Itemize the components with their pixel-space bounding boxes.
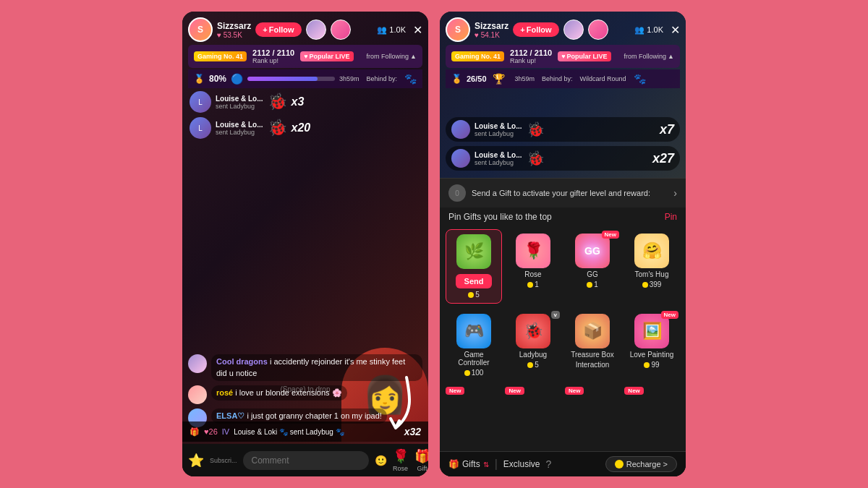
right-gift-user-2: Louise & Lo... <box>475 151 522 159</box>
left-rose-action[interactable]: 🌹 Rose <box>393 448 409 472</box>
left-close-button[interactable]: ✕ <box>413 23 422 37</box>
gamecontroller-gift-icon: 🎮 <box>456 314 491 348</box>
chat-user-2: rosé <box>216 388 233 397</box>
right-header-row: S Sizzsarz ♥ 54.1K Follow 👥 1.0K ✕ <box>446 17 680 42</box>
gift-msg-info-2: Louise & Lo... sent Ladybug <box>216 121 263 136</box>
right-follow-button[interactable]: Follow <box>513 22 558 37</box>
gift-name-gg: GG <box>587 270 598 278</box>
chat-user-1: Cool dragons <box>216 357 268 366</box>
gift-multiplier-1: x3 <box>292 95 305 108</box>
green-gift-icon: 🌿 <box>456 234 491 269</box>
chat-msg-1: Cool dragons i accidently rejoinder it's… <box>188 354 422 381</box>
gift-shop-spacer <box>440 396 686 451</box>
left-viewer-avatar-1 <box>306 20 326 40</box>
left-gift-action[interactable]: 🎁 Gift <box>414 448 428 472</box>
chat-avatar-2 <box>188 385 207 404</box>
left-progress-icon: 🔵 <box>231 73 243 85</box>
gift-name-tomhug: Tom's Hug <box>635 270 669 278</box>
gift-item-rose[interactable]: 🌹 Rose 1 <box>505 229 561 304</box>
left-star-icon[interactable]: ⭐ <box>188 453 204 468</box>
ladybug-emoji-2: 🐞 <box>268 119 287 137</box>
gift-user-avatar-2: L <box>190 117 211 139</box>
gift-msg-row-1: L Louise & Lo... sent Ladybug 🐞 x3 <box>190 91 421 113</box>
left-rose-icon: 🌹 <box>393 448 409 464</box>
left-viewer-count: 👥 1.0K <box>377 25 406 35</box>
right-progress-fraction: 26/50 <box>467 74 487 83</box>
gift-cost-gamecontroller: 100 <box>464 369 484 377</box>
help-button[interactable]: ? <box>546 458 552 470</box>
gift-item-lovepainting[interactable]: New 🖼️ Love Painting 99 <box>624 309 680 381</box>
gg-new-badge: New <box>602 231 619 239</box>
gifts-tab[interactable]: 🎁 Gifts ⇅ <box>448 459 489 469</box>
right-timer: 3h59m <box>515 75 535 82</box>
main-container: L Louise & Lo... sent Ladybug 🐞 x3 L Lou… <box>0 0 868 488</box>
gift-msg-row-2: L Louise & Lo... sent Ladybug 🐞 x20 <box>190 117 421 139</box>
right-close-button[interactable]: ✕ <box>671 23 680 37</box>
chat-avatar-1 <box>188 354 207 373</box>
gift-item-green[interactable]: 🌿 Send 5 <box>446 229 502 304</box>
left-behind-by: Behind by: <box>366 75 397 82</box>
left-progress-bar-bg <box>247 77 335 81</box>
gift-bar-badge: IV <box>222 427 229 436</box>
left-comment-input[interactable] <box>243 451 369 470</box>
chat-overlay: Cool dragons i accidently rejoinder it's… <box>182 348 428 433</box>
left-streamer-avatar[interactable]: S <box>188 17 213 42</box>
gifts-tab-icon: 🎁 <box>448 459 459 469</box>
right-popular-live: ♥ Popular LIVE <box>558 51 610 61</box>
gift-item-tomhug[interactable]: 🤗 Tom's Hug 399 <box>624 229 680 304</box>
chat-text-1: Cool dragons i accidently rejoinder it's… <box>211 354 422 381</box>
gift-heart: ♥26 <box>204 427 218 436</box>
gift-activate-chevron: › <box>673 187 677 199</box>
coin-icon <box>615 460 624 468</box>
left-rank-sub: Rank up! <box>252 57 294 64</box>
gift-activate-banner[interactable]: 0 Send a Gift to activate your gifter le… <box>440 178 686 207</box>
left-streamer-info: Sizzsarz ♥ 53.5K <box>217 21 251 39</box>
right-streamer-avatar[interactable]: S <box>446 17 470 42</box>
left-rank-score-group: 2112 / 2110 Rank up! <box>252 48 294 64</box>
chat-message-3: i just got granny chapter 1 on my ipad! <box>247 411 382 420</box>
right-progress-fraction-group: 26/50 🏆 <box>467 73 505 85</box>
left-gift-icon: 🎁 <box>414 448 428 464</box>
gift-send-button[interactable]: Send <box>456 274 493 288</box>
right-live-header: S Sizzsarz ♥ 54.1K Follow 👥 1.0K ✕ Gamin… <box>440 12 686 88</box>
gift-multiplier-2: x20 <box>292 121 311 134</box>
gift-item-gamecontroller[interactable]: 🎮 Game Controller 100 <box>446 309 502 381</box>
right-viewer-avatar-2 <box>588 20 608 40</box>
recharge-button[interactable]: Recharge > <box>605 456 677 472</box>
new-badge-r3-1: New <box>446 387 464 395</box>
left-header-row: S Sizzsarz ♥ 53.5K Follow 👥 1.0K ✕ <box>188 17 422 42</box>
left-from-following: from Following ▲ <box>367 53 417 60</box>
rose-gift-icon: 🌹 <box>516 234 550 268</box>
right-gift-row-1: Louise & Lo... sent Ladybug 🐞 x7 <box>446 117 680 142</box>
gift-user-avatar-1: L <box>190 91 211 113</box>
chat-msg-2: rosé i love ur blonde extensions 🌸 <box>188 385 422 404</box>
left-progress-pct: 80% <box>209 74 226 84</box>
gift-bar-text: Louise & Loki 🐾 sent Ladybug 🐾 <box>234 428 399 436</box>
exclusive-tab[interactable]: Exclusive <box>503 459 540 469</box>
right-viewer-count: 👥 1.0K <box>634 25 663 35</box>
right-behind-by: Behind by: <box>542 75 573 82</box>
treasure-gift-icon: 📦 <box>575 314 610 348</box>
gift-messages-overlay: L Louise & Lo... sent Ladybug 🐞 x3 L Lou… <box>190 91 421 143</box>
right-gift-mult-2: x27 <box>652 151 674 166</box>
right-phone-panel: Louise & Lo... sent Ladybug 🐞 x7 Louise … <box>440 12 686 476</box>
gift-bar-icon: 🎁 <box>190 427 200 437</box>
gift-msg-sent-2: sent Ladybug <box>216 129 263 136</box>
gift-item-gg[interactable]: New GG GG 1 <box>564 229 621 304</box>
left-live-header: S Sizzsarz ♥ 53.5K Follow 👥 1.0K ✕ Gamin… <box>182 12 428 88</box>
new-badge-r3-2: New <box>505 387 524 395</box>
gift-msg-info-1: Louise & Lo... sent Ladybug <box>216 95 263 110</box>
tab-separator: | <box>495 458 498 471</box>
pin-button[interactable]: Pin <box>665 212 677 222</box>
gift-item-treasurebox[interactable]: 📦 Treasure Box Interaction <box>564 309 621 381</box>
right-video-section: Louise & Lo... sent Ladybug 🐞 x7 Louise … <box>440 12 686 178</box>
right-rank-sub: Rank up! <box>510 57 552 64</box>
gift-notif-bar: 🎁 ♥26 IV Louise & Loki 🐾 sent Ladybug 🐾 … <box>182 421 428 442</box>
right-ladybug-2: 🐞 <box>527 150 545 167</box>
right-rank-score: 2112 / 2110 <box>510 48 552 57</box>
gift-item-ladybug[interactable]: v 🐞 Ladybug 5 <box>505 309 561 381</box>
gift-cost-treasurebox: Interaction <box>576 361 610 369</box>
left-popular-live: ♥ Popular LIVE <box>300 51 353 61</box>
left-follow-button[interactable]: Follow <box>255 22 301 37</box>
left-emoji-btn[interactable]: 🙂 <box>375 455 387 466</box>
